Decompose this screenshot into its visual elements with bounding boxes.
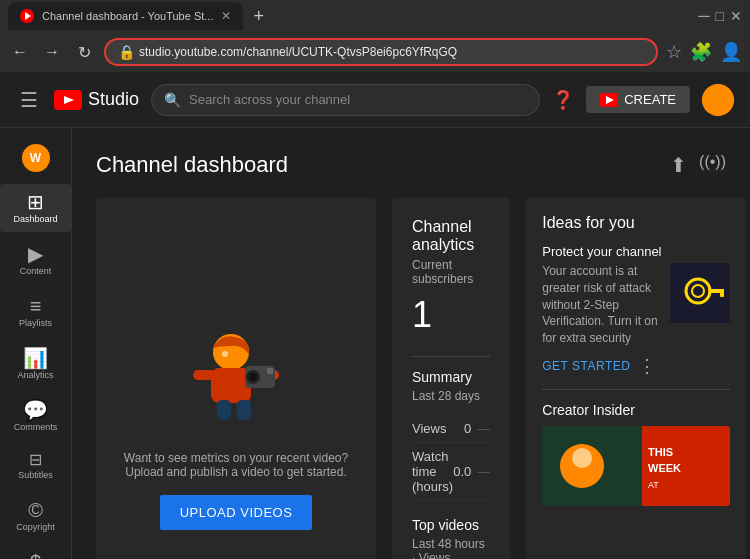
- help-button[interactable]: ❓: [552, 89, 574, 111]
- main-content: Channel dashboard ⬆ ((•)): [72, 128, 750, 559]
- create-button[interactable]: CREATE: [586, 86, 690, 113]
- url-text: studio.youtube.com/channel/UCUTK-QtvsP8e…: [139, 45, 457, 59]
- top-videos-title: Top videos: [412, 517, 490, 533]
- svg-point-25: [572, 448, 592, 468]
- creator-insider-title: Creator Insider: [542, 402, 730, 418]
- extensions-icon[interactable]: 🧩: [690, 41, 712, 63]
- signal-title-icon[interactable]: ((•)): [699, 153, 726, 177]
- views-value: 0 —: [464, 421, 490, 436]
- sidebar-item-content[interactable]: ▶ Content: [0, 236, 71, 284]
- sidebar-item-earn[interactable]: $ Earn: [0, 544, 71, 559]
- user-avatar[interactable]: [702, 84, 734, 116]
- dashboard-icon: ⊞: [27, 192, 44, 212]
- views-label: Views: [412, 421, 446, 436]
- watchtime-dash: —: [477, 464, 490, 479]
- browser-tab[interactable]: Channel dashboard - YouTube St... ✕: [8, 2, 243, 30]
- upload-videos-button[interactable]: UPLOAD VIDEOS: [160, 495, 313, 530]
- svg-marker-1: [64, 96, 74, 104]
- watchtime-value: 0.0 —: [453, 464, 490, 479]
- top-videos-period: Last 48 hours · Views: [412, 537, 490, 559]
- sidebar-item-comments[interactable]: 💬 Comments: [0, 392, 71, 440]
- page-title-row: Channel dashboard ⬆ ((•)): [96, 152, 726, 178]
- tab-favicon: [20, 9, 34, 23]
- ideas-divider: [542, 389, 730, 390]
- sidebar-label-dashboard: Dashboard: [13, 214, 57, 224]
- svg-rect-13: [237, 400, 251, 420]
- address-bar[interactable]: 🔒 studio.youtube.com/channel/UCUTK-QtvsP…: [104, 38, 658, 66]
- hamburger-menu-button[interactable]: ☰: [16, 84, 42, 116]
- content-icon: ▶: [28, 244, 43, 264]
- forward-button[interactable]: →: [40, 40, 64, 64]
- idea-description: Your account is at greater risk of attac…: [542, 263, 660, 347]
- sidebar: W ⊞ Dashboard ▶ Content ≡ Playlists 📊 An…: [0, 128, 72, 559]
- dashboard-grid: Want to see metrics on your recent video…: [96, 198, 726, 559]
- sidebar-label-comments: Comments: [14, 422, 58, 432]
- summary-period: Last 28 days: [412, 389, 490, 403]
- upload-title-icon[interactable]: ⬆: [670, 153, 687, 177]
- svg-rect-12: [217, 400, 231, 420]
- yt-logo[interactable]: Studio: [54, 89, 139, 110]
- sidebar-item-copyright[interactable]: © Copyright: [0, 492, 71, 540]
- views-metric-row: Views 0 —: [412, 415, 490, 443]
- sidebar-label-analytics: Analytics: [17, 370, 53, 380]
- maximize-icon: □: [716, 8, 724, 24]
- more-options-icon[interactable]: ⋮: [638, 355, 656, 377]
- ideas-card: Ideas for you Protect your channel Your …: [526, 198, 746, 559]
- sidebar-label-copyright: Copyright: [16, 522, 55, 532]
- copyright-icon: ©: [28, 500, 43, 520]
- yt-studio-app: ☰ Studio 🔍 Search across your channel ❓: [0, 72, 750, 559]
- lock-icon: 🔒: [118, 44, 135, 60]
- tab-title: Channel dashboard - YouTube St...: [42, 10, 213, 22]
- sidebar-label-content: Content: [20, 266, 52, 276]
- svg-rect-6: [193, 370, 215, 380]
- earn-icon: $: [30, 552, 41, 559]
- sidebar-item-analytics[interactable]: 📊 Analytics: [0, 340, 71, 388]
- reload-button[interactable]: ↻: [72, 40, 96, 64]
- svg-marker-2: [606, 96, 614, 104]
- summary-title: Summary: [412, 369, 490, 385]
- svg-text:THIS: THIS: [648, 446, 673, 458]
- svg-text:WEEK: WEEK: [648, 462, 681, 474]
- watchtime-metric-row: Watch time (hours) 0.0 —: [412, 443, 490, 501]
- header-right: ❓ CREATE: [552, 84, 734, 116]
- ideas-title: Ideas for you: [542, 214, 730, 232]
- svg-rect-18: [720, 289, 724, 297]
- profile-icon[interactable]: 👤: [720, 41, 742, 63]
- sidebar-item-dashboard[interactable]: ⊞ Dashboard: [0, 184, 71, 232]
- idea-body: Your account is at greater risk of attac…: [542, 263, 730, 347]
- views-dash: —: [477, 421, 490, 436]
- youtube-logo-icon: [54, 90, 82, 110]
- upload-illustration: [176, 319, 296, 439]
- app-body: W ⊞ Dashboard ▶ Content ≡ Playlists 📊 An…: [0, 128, 750, 559]
- sidebar-item-subtitles[interactable]: ⊟ Subtitles: [0, 444, 71, 488]
- create-video-icon: [600, 93, 618, 107]
- sidebar-item-profile[interactable]: W: [0, 136, 71, 180]
- bookmark-icon[interactable]: ☆: [666, 41, 682, 63]
- upload-prompt-card: Want to see metrics on your recent video…: [96, 198, 376, 559]
- idea-actions: GET STARTED ⋮: [542, 355, 730, 377]
- back-button[interactable]: ←: [8, 40, 32, 64]
- subscribers-label: Current subscribers: [412, 258, 490, 286]
- page-title-text: Channel dashboard: [96, 152, 288, 178]
- get-started-link[interactable]: GET STARTED: [542, 359, 630, 373]
- upload-prompt-text: Want to see metrics on your recent video…: [112, 451, 360, 479]
- analytics-divider: [412, 356, 490, 357]
- creator-insider-thumbnail: THIS WEEK AT: [542, 426, 730, 506]
- svg-point-10: [249, 373, 257, 381]
- svg-rect-11: [267, 368, 273, 374]
- new-tab-button[interactable]: +: [249, 6, 268, 27]
- watchtime-label: Watch time (hours): [412, 449, 453, 494]
- sidebar-item-playlists[interactable]: ≡ Playlists: [0, 288, 71, 336]
- minimize-icon: ─: [698, 7, 709, 25]
- analytics-card: Channel analytics Current subscribers 1 …: [392, 198, 510, 559]
- close-icon: ✕: [730, 8, 742, 24]
- title-icons: ⬆ ((•)): [670, 153, 726, 177]
- comments-icon: 💬: [23, 400, 48, 420]
- subscriber-count: 1: [412, 294, 490, 336]
- studio-logo-text: Studio: [88, 89, 139, 110]
- sidebar-label-subtitles: Subtitles: [18, 470, 53, 480]
- search-icon: 🔍: [164, 92, 181, 108]
- browser-chrome: Channel dashboard - YouTube St... ✕ + ─ …: [0, 0, 750, 72]
- tab-close-button[interactable]: ✕: [221, 9, 231, 23]
- search-bar[interactable]: 🔍 Search across your channel: [151, 84, 540, 116]
